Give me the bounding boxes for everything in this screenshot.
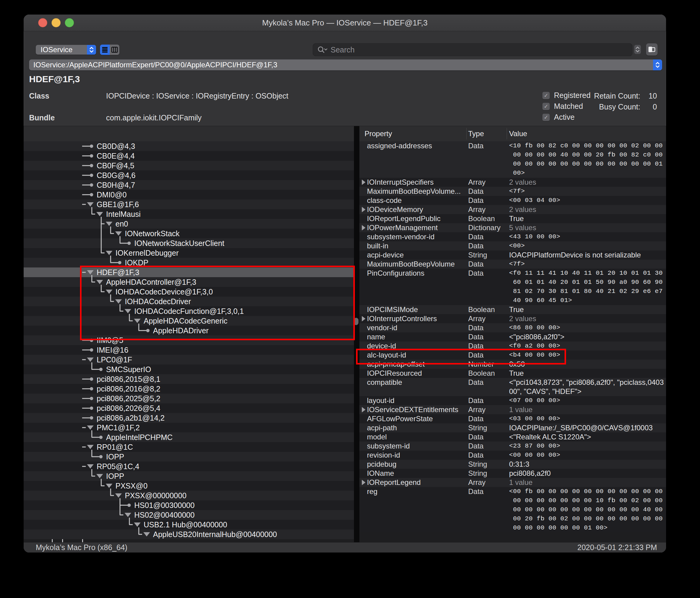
table-row-ioname[interactable]: IONameStringpci8086,a2f0 <box>359 469 666 478</box>
table-row-subsystem-vendor-id[interactable]: subsystem-vendor-idData<43 10 00 00> <box>359 232 666 241</box>
tree-row-cb0h-4-7[interactable]: CB0H@4,7 <box>24 180 354 190</box>
table-row-compatible[interactable]: compatibleData<"pci1043,8723", "pci8086,… <box>359 378 666 396</box>
disclosure-triangle-expanded-icon[interactable] <box>96 474 103 478</box>
disclosure-triangle-expanded-icon[interactable] <box>106 290 112 294</box>
tree-row-cb0f-4-5[interactable]: CB0F@4,5 <box>24 161 354 170</box>
tree-row-hs02-00400000[interactable]: HS02@00400000 <box>24 510 354 520</box>
table-row-layout-id[interactable]: layout-idData<07 00 00 00> <box>359 396 666 405</box>
tree-row-intelmausi[interactable]: IntelMausi <box>24 209 354 219</box>
table-row-maximumbootbeepvolume[interactable]: MaximumBootBeepVolumeData<7f> <box>359 260 666 269</box>
disclosure-triangle-expanded-icon[interactable] <box>87 270 94 274</box>
table-row-revision-id[interactable]: revision-idData<00 00 00 00> <box>359 451 666 460</box>
column-header-value[interactable]: Value <box>509 126 527 141</box>
table-row-acpi-pmcap-offset[interactable]: acpi-pmcap-offsetNumber0x50 <box>359 360 666 369</box>
tree-row-hdef-1f-3[interactable]: HDEF@1F,3 <box>24 267 354 277</box>
disclosure-triangle-expanded-icon[interactable] <box>115 494 122 498</box>
tree-row-dmi0-0[interactable]: DMI0@0 <box>24 190 354 199</box>
table-row-afglowpowerstate[interactable]: AFGLowPowerStateData<03 00 00 00> <box>359 414 666 423</box>
table-row-maximumbootbeepvolume-[interactable]: MaximumBootBeepVolume...Data<7f> <box>359 187 666 196</box>
pane-splitter[interactable] <box>354 126 359 542</box>
disclosure-triangle-expanded-icon[interactable] <box>125 309 131 313</box>
tree-row-pci8086-a2b1-14-2[interactable]: pci8086,a2b1@14,2 <box>24 413 354 423</box>
table-row-assigned-addresses[interactable]: assigned-addressesData<10 fb 00 82 c0 00… <box>359 141 666 178</box>
table-row-acpi-device[interactable]: acpi-deviceStringIOACPIPlatformDevice is… <box>359 250 666 260</box>
tree-row-iokerneldebugger[interactable]: IOKernelDebugger <box>24 248 354 258</box>
table-row-vendor-id[interactable]: vendor-idData<86 80 00 00> <box>359 323 666 332</box>
disclosure-triangle-expanded-icon[interactable] <box>87 426 94 430</box>
tree-row-iohdacodecdriver[interactable]: IOHDACodecDriver <box>24 296 354 306</box>
tree-row-pci8086-2015-8-1[interactable]: pci8086,2015@8,1 <box>24 374 354 384</box>
tree-row-cb0g-4-6[interactable]: CB0G@4,6 <box>24 170 354 180</box>
table-row-built-in[interactable]: built-inData<00> <box>359 241 666 250</box>
disclosure-triangle-collapsed-icon[interactable] <box>361 207 366 213</box>
tree-row-appleusb20internalhub-00400000[interactable]: AppleUSB20InternalHub@00400000 <box>24 529 354 539</box>
table-row-ioservicedextentitlements[interactable]: IOServiceDEXTEntitlementsArray1 value <box>359 405 666 414</box>
table-row-name[interactable]: nameData<"pci8086,a2f0"> <box>359 332 666 341</box>
tree-row-ionetworkstack[interactable]: IONetworkStack <box>24 229 354 238</box>
table-row-iodevicememory[interactable]: IODeviceMemoryArray2 values <box>359 205 666 214</box>
tree-row-iopp[interactable]: IOPP <box>24 471 354 481</box>
registry-path-bar[interactable]: IOService:/AppleACPIPlatformExpert/PC00@… <box>29 59 662 70</box>
disclosure-triangle-expanded-icon[interactable] <box>143 532 150 536</box>
tree-row-ionetworkstackuserclient[interactable]: IONetworkStackUserClient <box>24 238 354 248</box>
tree-row-rp05-1c-4[interactable]: RP05@1C,4 <box>24 461 354 471</box>
tree-row-iopp[interactable]: IOPP <box>24 452 354 461</box>
disclosure-triangle-expanded-icon[interactable] <box>106 251 112 255</box>
tree-row-iim0-5[interactable]: IIM0@5 <box>24 335 354 345</box>
disclosure-triangle-collapsed-icon[interactable] <box>361 407 366 413</box>
tree-row-usb2-1-hub-00400000[interactable]: USB2.1 Hub@00400000 <box>24 520 354 529</box>
tree-row-en0[interactable]: en0 <box>24 219 354 229</box>
disclosure-triangle-expanded-icon[interactable] <box>96 212 103 216</box>
column-separator[interactable] <box>507 128 507 140</box>
tree-row-gbe1-1f-6[interactable]: GBE1@1F,6 <box>24 199 354 209</box>
disclosure-triangle-expanded-icon[interactable] <box>87 358 94 362</box>
tree-row-iohdacodecdevice-1f-3-0[interactable]: IOHDACodecDevice@1F,3,0 <box>24 287 354 296</box>
tree-row-imei-16[interactable]: IMEI@16 <box>24 345 354 355</box>
disclosure-triangle-collapsed-icon[interactable] <box>361 316 366 322</box>
inspector-panel-toggle-button[interactable] <box>646 43 657 55</box>
tree-row-applehdadriver[interactable]: AppleHDADriver <box>24 326 354 335</box>
table-row-device-id[interactable]: device-idData<f0 a2 00 00> <box>359 341 666 351</box>
plane-selector-dropdown[interactable]: IOService <box>36 45 96 54</box>
list-view-button[interactable] <box>100 45 110 55</box>
table-row-iopcimsimode[interactable]: IOPCIMSIModeBooleanTrue <box>359 305 666 314</box>
disclosure-triangle-expanded-icon[interactable] <box>96 280 103 284</box>
tree-scrollbar-thumb[interactable] <box>354 318 358 325</box>
tree-row-pci8086-2026-5-4[interactable]: pci8086,2026@5,4 <box>24 403 354 413</box>
search-icon[interactable] <box>317 46 328 54</box>
tree-row-pci8086-2025-5-2[interactable]: pci8086,2025@5,2 <box>24 393 354 403</box>
disclosure-triangle-expanded-icon[interactable] <box>87 445 94 449</box>
disclosure-triangle-collapsed-icon[interactable] <box>361 179 366 185</box>
disclosure-triangle-collapsed-icon[interactable] <box>361 225 366 231</box>
tree-row-iokdp[interactable]: IOKDP <box>24 258 354 267</box>
tree-row-pci8086-2016-8-2[interactable]: pci8086,2016@8,2 <box>24 384 354 393</box>
column-header-type[interactable]: Type <box>468 126 484 141</box>
table-row-pinconfigurations[interactable]: PinConfigurationsData<f0 11 11 41 10 40 … <box>359 269 666 305</box>
tree-row-pmc1-1f-2[interactable]: PMC1@1F,2 <box>24 423 354 432</box>
tree-row-cb0d-4-3[interactable]: CB0D@4,3 <box>24 141 354 151</box>
table-row-pcidebug[interactable]: pcidebugString0:31:3 <box>359 460 666 469</box>
table-row-iopciresourced[interactable]: IOPCIResourcedBooleanTrue <box>359 369 666 378</box>
table-row-subsystem-id[interactable]: subsystem-idData<23 87 00 00> <box>359 441 666 451</box>
disclosure-triangle-expanded-icon[interactable] <box>106 222 112 226</box>
history-stepper[interactable] <box>634 45 641 54</box>
table-row-reg[interactable]: regData<00 fb 00 00 00 00 00 00 00 00 00… <box>359 487 666 532</box>
tree-row-pxsx-0[interactable]: PXSX@0 <box>24 481 354 491</box>
registered-checkbox[interactable]: ✓ <box>543 92 550 99</box>
tree-row-cb0e-4-4[interactable]: CB0E@4,4 <box>24 151 354 161</box>
disclosure-triangle-expanded-icon[interactable] <box>87 202 94 207</box>
table-row-ioreportlegend[interactable]: IOReportLegendArray1 value <box>359 478 666 487</box>
tree-row-smcsuperio[interactable]: SMCSuperIO <box>24 364 354 374</box>
tree-row-pxsx-00000000[interactable]: PXSX@00000000 <box>24 491 354 500</box>
disclosure-triangle-expanded-icon[interactable] <box>134 523 141 527</box>
disclosure-triangle-expanded-icon[interactable] <box>125 513 131 517</box>
tree-row-applehdacodecgeneric[interactable]: AppleHDACodecGeneric <box>24 316 354 326</box>
table-row-acpi-path[interactable]: acpi-pathStringIOACPIPlane:/_SB/PC00@0/C… <box>359 423 666 432</box>
active-checkbox[interactable]: ✓ <box>543 114 550 121</box>
disclosure-triangle-expanded-icon[interactable] <box>134 319 141 323</box>
table-row-ioreportlegendpublic[interactable]: IOReportLegendPublicBooleanTrue <box>359 214 666 223</box>
path-bar-chevrons-icon[interactable] <box>653 59 662 70</box>
table-row-iointerruptcontrollers[interactable]: IOInterruptControllersArray2 values <box>359 314 666 323</box>
tree-row-iohdacodecfunction-1f-3-0-1[interactable]: IOHDACodecFunction@1F,3,0,1 <box>24 306 354 316</box>
disclosure-triangle-expanded-icon[interactable] <box>87 464 94 469</box>
